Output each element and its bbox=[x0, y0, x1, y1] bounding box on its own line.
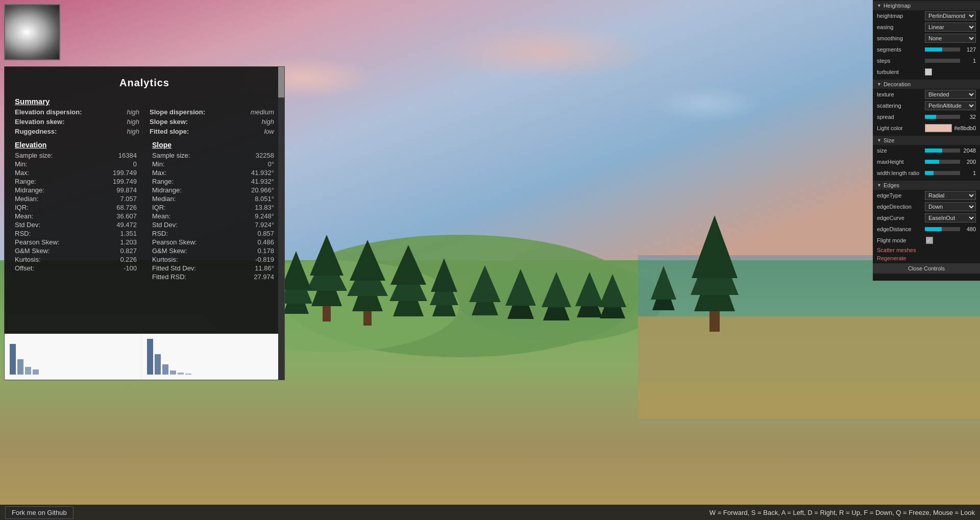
stat-row: RSD:1.351 bbox=[15, 229, 137, 238]
summary-value: high bbox=[127, 108, 139, 116]
stat-label: Offset: bbox=[15, 264, 34, 272]
stat-value: 0.857 bbox=[257, 230, 274, 237]
heightmap-row: heightmap PerlinDiamond Diamond Perlin F… bbox=[873, 10, 980, 21]
maxheight-value: 200 bbox=[962, 159, 976, 165]
segments-value: 127 bbox=[962, 46, 976, 53]
stat-label: IQR: bbox=[15, 204, 29, 211]
spread-slider[interactable] bbox=[925, 115, 960, 119]
maxheight-slider-container: 200 bbox=[925, 159, 976, 165]
stat-value: 199.749 bbox=[113, 178, 137, 185]
charts-area bbox=[5, 334, 278, 380]
heightmap-section-title: Heightmap bbox=[884, 3, 911, 9]
flight-mode-checkbox[interactable]: ✓ bbox=[926, 237, 933, 244]
light-color-row: Light color #e8bdb0 bbox=[873, 122, 980, 134]
stat-value: 99.874 bbox=[116, 186, 137, 194]
turbulent-row: turbulent bbox=[873, 66, 980, 78]
stat-row: G&M Skew:0.827 bbox=[15, 246, 137, 255]
decoration-section-title: Decoration bbox=[884, 81, 911, 87]
edge-curve-label: edgeCurve bbox=[877, 215, 923, 221]
stat-value: 32258 bbox=[256, 152, 274, 159]
stat-row: G&M Skew:0.178 bbox=[152, 246, 274, 255]
stat-label: Pearson Skew: bbox=[15, 238, 59, 246]
edges-arrow: ▼ bbox=[877, 183, 881, 188]
stat-value: 1.351 bbox=[120, 230, 137, 237]
easing-select[interactable]: Linear EaseIn EaseOut EaseInOut bbox=[925, 22, 976, 32]
edge-type-row: edgeType Radial Linear None bbox=[873, 190, 980, 201]
maxheight-label: maxHeight bbox=[877, 159, 923, 165]
steps-slider[interactable] bbox=[925, 59, 960, 63]
stat-label: Std Dev: bbox=[152, 221, 178, 229]
turbulent-checkbox[interactable] bbox=[925, 68, 932, 76]
stat-row: Min:0 bbox=[15, 160, 137, 168]
svg-rect-47 bbox=[185, 374, 191, 375]
decoration-section-label: ▼ Decoration bbox=[873, 80, 980, 89]
stat-row: Pearson Skew:1.203 bbox=[15, 238, 137, 246]
stat-label: Kurtosis: bbox=[15, 256, 41, 263]
scrollbar-thumb[interactable] bbox=[278, 67, 284, 97]
stat-label: Min: bbox=[152, 160, 165, 168]
edge-distance-slider-container: 480 bbox=[925, 226, 976, 232]
stat-label: G&M Skew: bbox=[15, 247, 50, 255]
width-length-label: width:length ratio bbox=[877, 170, 923, 176]
analytics-scrollbar[interactable] bbox=[278, 67, 284, 380]
edge-direction-label: edgeDirection bbox=[877, 204, 923, 210]
stat-value: 0.226 bbox=[120, 256, 137, 263]
edge-distance-slider[interactable] bbox=[925, 227, 960, 231]
analytics-panel: Analytics Summary Elevation dispersion:h… bbox=[4, 66, 285, 380]
stat-value: 0 bbox=[133, 160, 137, 168]
summary-label: Elevation dispersion: bbox=[15, 108, 82, 116]
size-value: 2048 bbox=[962, 147, 976, 154]
stat-row: RSD:0.857 bbox=[152, 229, 274, 238]
edge-curve-select[interactable]: EaseInOut Linear EaseIn EaseOut bbox=[925, 213, 976, 222]
segments-label: segments bbox=[877, 46, 923, 53]
analytics-title: Analytics bbox=[15, 72, 274, 93]
light-color-swatch[interactable] bbox=[925, 124, 952, 132]
edge-distance-label: edgeDistance bbox=[877, 226, 923, 232]
stat-value: -0.819 bbox=[255, 256, 274, 263]
stat-row: Kurtosis:-0.819 bbox=[152, 255, 274, 264]
width-length-slider[interactable] bbox=[925, 171, 960, 175]
stat-value: 0.178 bbox=[257, 247, 274, 255]
scattering-select[interactable]: PerlinAltitude Altitude None bbox=[925, 101, 976, 110]
size-slider[interactable] bbox=[925, 148, 960, 153]
size-section: ▼ Size size 2048 maxHeight 200 width:len… bbox=[873, 135, 980, 180]
heightmap-section: ▼ Heightmap heightmap PerlinDiamond Diam… bbox=[873, 0, 980, 79]
close-controls-button[interactable]: Close Controls bbox=[873, 263, 980, 274]
stat-value: 7.057 bbox=[120, 195, 137, 203]
maxheight-row: maxHeight 200 bbox=[873, 156, 980, 167]
fork-github-button[interactable]: Fork me on Github bbox=[5, 506, 74, 519]
stat-label: RSD: bbox=[152, 230, 168, 237]
slope-stats: Slope Sample size:32258Min:0°Max:41.932°… bbox=[152, 141, 274, 281]
heightmap-select[interactable]: PerlinDiamond Diamond Perlin Flat bbox=[925, 11, 976, 20]
easing-row: easing Linear EaseIn EaseOut EaseInOut bbox=[873, 21, 980, 33]
svg-rect-46 bbox=[178, 373, 184, 375]
size-section-title: Size bbox=[884, 137, 894, 143]
spread-row: spread 32 bbox=[873, 111, 980, 122]
stat-label: RSD: bbox=[15, 230, 31, 237]
size-section-label: ▼ Size bbox=[873, 136, 980, 145]
size-label: size bbox=[877, 147, 923, 154]
edge-type-label: edgeType bbox=[877, 192, 923, 199]
stat-label: IQR: bbox=[152, 204, 166, 211]
stat-row: IQR:13.83° bbox=[152, 203, 274, 212]
texture-row: texture Blended Grass Rock Sand bbox=[873, 89, 980, 100]
edge-direction-select[interactable]: Down Up bbox=[925, 202, 976, 211]
edge-type-select[interactable]: Radial Linear None bbox=[925, 191, 976, 200]
regenerate-button[interactable]: Regenerate bbox=[873, 254, 980, 262]
stat-row: Std Dev:7.924° bbox=[152, 220, 274, 229]
maxheight-slider[interactable] bbox=[925, 160, 960, 164]
keybindings-label: W = Forward, S = Back, A = Left, D = Rig… bbox=[709, 509, 975, 516]
stat-row: Midrange:20.966° bbox=[152, 186, 274, 194]
stat-label: Midrange: bbox=[152, 186, 182, 194]
scatter-meshes-button[interactable]: Scatter meshes bbox=[873, 246, 980, 254]
stat-value: 20.966° bbox=[251, 186, 274, 194]
heightmap-label: heightmap bbox=[877, 13, 923, 19]
stat-value: 41.932° bbox=[251, 178, 274, 185]
segments-slider[interactable] bbox=[925, 47, 960, 52]
texture-label: texture bbox=[877, 91, 923, 97]
stat-row: Pearson Skew:0.486 bbox=[152, 238, 274, 246]
texture-select[interactable]: Blended Grass Rock Sand bbox=[925, 90, 976, 99]
svg-rect-43 bbox=[155, 354, 161, 375]
spread-slider-container: 32 bbox=[925, 114, 976, 120]
smoothing-select[interactable]: None Low Medium High bbox=[925, 34, 976, 43]
